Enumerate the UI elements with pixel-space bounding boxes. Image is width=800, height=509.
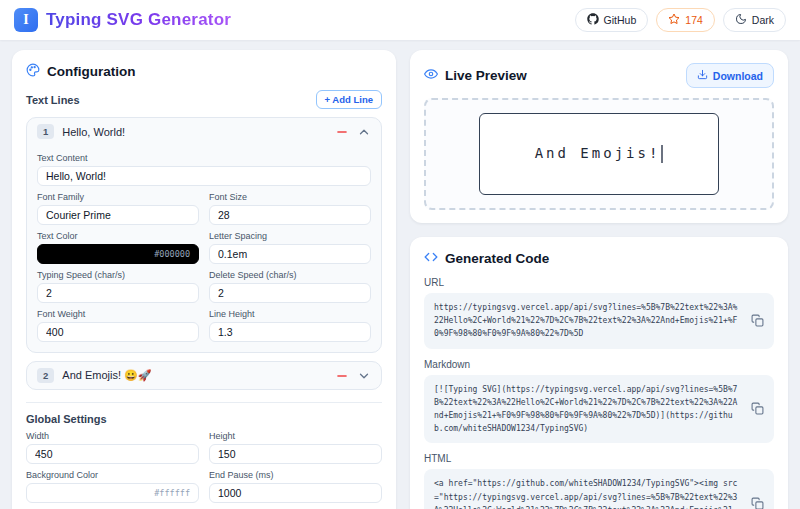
line-height-input[interactable] bbox=[209, 322, 371, 342]
typing-speed-input[interactable] bbox=[37, 283, 199, 303]
eye-icon bbox=[424, 67, 438, 84]
field-delete-speed: Delete Speed (char/s) bbox=[209, 270, 371, 303]
palette-icon bbox=[26, 63, 40, 80]
text-line-1-header[interactable]: 1 Hello, World! bbox=[27, 118, 381, 145]
live-preview-title: Live Preview bbox=[445, 68, 527, 83]
height-input[interactable] bbox=[209, 444, 382, 464]
divider bbox=[26, 402, 382, 403]
brand: I Typing SVG Generator bbox=[14, 8, 231, 32]
text-line-2-header[interactable]: 2 And Emojis! 😀🚀 bbox=[27, 362, 381, 389]
live-preview-card: Live Preview Download And Emojis! bbox=[410, 50, 788, 223]
background-color-value: #ffffff bbox=[154, 488, 190, 498]
letter-spacing-input[interactable] bbox=[209, 244, 371, 264]
html-code[interactable]: <a href="https://github.com/whiteSHADOW1… bbox=[434, 477, 742, 509]
configuration-column: Configuration Text Lines + Add Line 1 He… bbox=[12, 50, 396, 509]
line-title: Hello, World! bbox=[62, 126, 327, 138]
configuration-card: Configuration Text Lines + Add Line 1 He… bbox=[12, 50, 396, 509]
text-line-item-1: 1 Hello, World! Text Content bbox=[26, 117, 382, 353]
app-logo-icon: I bbox=[14, 8, 38, 32]
text-line-item-2: 2 And Emojis! 😀🚀 bbox=[26, 361, 382, 390]
end-pause-input[interactable] bbox=[209, 483, 382, 503]
preview-typed-text: And Emojis! bbox=[535, 145, 664, 163]
right-column: Live Preview Download And Emojis! bbox=[410, 50, 788, 509]
url-code[interactable]: https://typingsvg.vercel.app/api/svg?lin… bbox=[434, 301, 742, 341]
markdown-code-block: [![Typing SVG](https://typingsvg.vercel.… bbox=[424, 375, 774, 444]
line-height-label: Line Height bbox=[209, 309, 371, 319]
collapse-line-button[interactable] bbox=[357, 125, 371, 139]
typing-cursor-icon bbox=[661, 145, 663, 163]
copy-markdown-button[interactable] bbox=[751, 402, 764, 415]
download-label: Download bbox=[713, 70, 763, 82]
remove-line-button[interactable] bbox=[335, 125, 349, 139]
moon-icon bbox=[735, 13, 747, 27]
font-size-input[interactable] bbox=[209, 205, 371, 225]
field-font-family: Font Family bbox=[37, 192, 199, 225]
width-input[interactable] bbox=[26, 444, 199, 464]
expand-line-button[interactable] bbox=[357, 369, 371, 383]
field-width: Width bbox=[26, 431, 199, 464]
preview-area: And Emojis! bbox=[424, 98, 774, 210]
field-font-size: Font Size bbox=[209, 192, 371, 225]
height-label: Height bbox=[209, 431, 382, 441]
configuration-header: Configuration bbox=[26, 63, 382, 80]
html-section-label: HTML bbox=[424, 453, 774, 464]
star-count: 174 bbox=[685, 14, 703, 26]
field-typing-speed: Typing Speed (char/s) bbox=[37, 270, 199, 303]
field-background-color: Background Color #ffffff bbox=[26, 470, 199, 503]
text-color-label: Text Color bbox=[37, 231, 199, 241]
url-code-block: https://typingsvg.vercel.app/api/svg?lin… bbox=[424, 293, 774, 349]
letter-spacing-label: Letter Spacing bbox=[209, 231, 371, 241]
live-preview-header: Live Preview bbox=[424, 67, 527, 84]
field-text-color: Text Color #000000 bbox=[37, 231, 199, 264]
preview-svg-frame: And Emojis! bbox=[479, 113, 719, 195]
markdown-code[interactable]: [![Typing SVG](https://typingsvg.vercel.… bbox=[434, 383, 742, 436]
text-lines-header: Text Lines + Add Line bbox=[26, 90, 382, 109]
github-button[interactable]: GitHub bbox=[575, 8, 649, 32]
generated-code-header: Generated Code bbox=[424, 250, 774, 267]
background-color-label: Background Color bbox=[26, 470, 199, 480]
field-height: Height bbox=[209, 431, 382, 464]
star-count-button[interactable]: 174 bbox=[656, 8, 715, 32]
github-icon bbox=[587, 13, 599, 27]
text-lines-label: Text Lines bbox=[26, 94, 80, 106]
typing-speed-label: Typing Speed (char/s) bbox=[37, 270, 199, 280]
copy-url-button[interactable] bbox=[751, 314, 764, 327]
code-icon bbox=[424, 250, 438, 267]
star-icon bbox=[668, 13, 680, 27]
generated-code-card: Generated Code URL https://typingsvg.ver… bbox=[410, 237, 788, 509]
download-button[interactable]: Download bbox=[686, 63, 774, 88]
html-code-block: <a href="https://github.com/whiteSHADOW1… bbox=[424, 469, 774, 509]
line-number-badge: 2 bbox=[37, 368, 54, 383]
width-label: Width bbox=[26, 431, 199, 441]
markdown-section-label: Markdown bbox=[424, 359, 774, 370]
generated-code-title: Generated Code bbox=[445, 251, 549, 266]
field-letter-spacing: Letter Spacing bbox=[209, 231, 371, 264]
line-number-badge: 1 bbox=[37, 124, 54, 139]
delete-speed-label: Delete Speed (char/s) bbox=[209, 270, 371, 280]
download-icon bbox=[697, 69, 708, 82]
font-weight-input[interactable] bbox=[37, 322, 199, 342]
font-weight-label: Font Weight bbox=[37, 309, 199, 319]
add-line-button[interactable]: + Add Line bbox=[316, 90, 382, 109]
font-family-input[interactable] bbox=[37, 205, 199, 225]
text-content-input[interactable] bbox=[37, 166, 371, 186]
field-text-content: Text Content bbox=[37, 153, 371, 186]
theme-toggle-button[interactable]: Dark bbox=[723, 8, 786, 32]
text-color-picker[interactable]: #000000 bbox=[37, 244, 199, 264]
font-family-label: Font Family bbox=[37, 192, 199, 202]
field-end-pause: End Pause (ms) bbox=[209, 470, 382, 503]
background-color-picker[interactable]: #ffffff bbox=[26, 483, 199, 503]
theme-label: Dark bbox=[752, 14, 774, 26]
line-title: And Emojis! 😀🚀 bbox=[62, 369, 327, 382]
text-line-1-body: Text Content Font Family Font Size bbox=[27, 145, 381, 352]
github-label: GitHub bbox=[604, 14, 637, 26]
end-pause-label: End Pause (ms) bbox=[209, 470, 382, 480]
field-font-weight: Font Weight bbox=[37, 309, 199, 342]
delete-speed-input[interactable] bbox=[209, 283, 371, 303]
main-layout: Configuration Text Lines + Add Line 1 He… bbox=[0, 40, 800, 509]
app-title: Typing SVG Generator bbox=[46, 10, 231, 30]
copy-html-button[interactable] bbox=[751, 497, 764, 509]
remove-line-button[interactable] bbox=[335, 369, 349, 383]
url-section-label: URL bbox=[424, 277, 774, 288]
field-line-height: Line Height bbox=[209, 309, 371, 342]
